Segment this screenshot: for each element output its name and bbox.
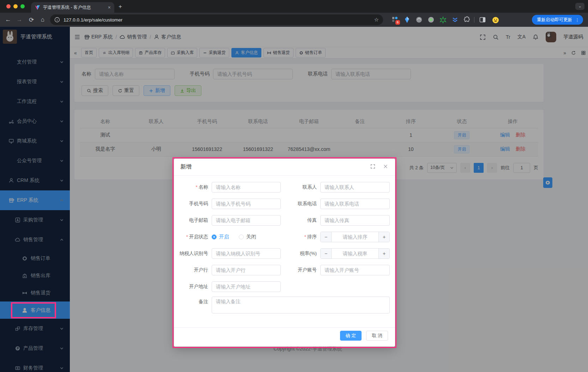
radio-closed[interactable]: 关闭 bbox=[239, 234, 256, 240]
home-icon[interactable]: ⌂ bbox=[37, 16, 48, 23]
contact-input[interactable] bbox=[320, 182, 390, 193]
dialog-title: 新增 bbox=[180, 163, 363, 171]
address-bar[interactable]: 127.0.0.1/erp/sale/customer ☆ bbox=[50, 14, 383, 25]
favicon-yudao-icon bbox=[35, 5, 40, 10]
bank-address-input[interactable] bbox=[212, 281, 281, 292]
fax-input[interactable] bbox=[320, 215, 390, 226]
radio-dot-icon bbox=[212, 234, 217, 239]
profile-emoji-icon[interactable] bbox=[492, 16, 499, 23]
back-icon[interactable]: ← bbox=[3, 16, 13, 23]
tax-no-label: 纳税人识别号 bbox=[174, 250, 212, 257]
tab-strip: 芋道管理系统 - 客户信息 × + ⌄ bbox=[0, 0, 588, 13]
window-controls bbox=[6, 4, 25, 8]
increase-icon[interactable]: + bbox=[378, 249, 389, 258]
update-button-label: 重新启动即可更新 bbox=[537, 17, 572, 23]
telephone-input[interactable] bbox=[320, 199, 390, 209]
browser-toolbar: ← → ⟳ ⌂ 127.0.0.1/erp/sale/customer ☆ 6 bbox=[0, 13, 588, 27]
tax-rate-label: 税率(%) bbox=[281, 250, 320, 257]
dialog-close-icon[interactable] bbox=[383, 164, 388, 170]
open-status-label: *开启状态 bbox=[174, 234, 212, 240]
extension-orb-icon[interactable] bbox=[416, 16, 423, 23]
browser-update-button[interactable]: 重新启动即可更新 ⋮ bbox=[532, 15, 583, 25]
contact-label: 联系人 bbox=[281, 184, 320, 190]
decrease-icon[interactable]: − bbox=[321, 232, 332, 242]
name-label: *名称 bbox=[174, 184, 212, 190]
forward-icon[interactable]: → bbox=[14, 16, 25, 23]
site-info-icon[interactable] bbox=[54, 17, 60, 23]
extension-kite-icon[interactable] bbox=[404, 16, 411, 23]
url-text[interactable]: 127.0.0.1/erp/sale/customer bbox=[63, 17, 374, 23]
close-window-button[interactable] bbox=[6, 4, 11, 8]
bank-name-label: 开户行 bbox=[174, 267, 212, 273]
mobile-label: 手机号码 bbox=[174, 201, 212, 207]
email-label: 电子邮箱 bbox=[174, 217, 212, 224]
dialog-form: *名称 联系人 手机号码 联系电话 电子邮箱 传真 *开启状态 开启 关闭 *排… bbox=[174, 176, 395, 317]
remark-textarea[interactable] bbox=[212, 297, 390, 313]
remark-label: 备注 bbox=[174, 297, 212, 307]
add-customer-dialog: 新增 *名称 联系人 手机号码 联系电话 电子邮箱 传真 *开启状态 bbox=[174, 159, 395, 347]
fax-label: 传真 bbox=[281, 217, 320, 224]
bank-account-label: 开户账号 bbox=[281, 267, 320, 273]
bank-account-input[interactable] bbox=[320, 265, 390, 275]
reload-icon[interactable]: ⟳ bbox=[26, 16, 37, 24]
tab-search-icon[interactable]: ⌄ bbox=[575, 3, 584, 10]
mobile-input[interactable] bbox=[212, 199, 281, 209]
extension-star-icon[interactable] bbox=[440, 16, 447, 23]
decrease-icon[interactable]: − bbox=[321, 249, 332, 258]
browser-menu-icon[interactable]: ⋮ bbox=[575, 17, 580, 23]
side-panel-icon[interactable] bbox=[479, 16, 486, 23]
telephone-label: 联系电话 bbox=[281, 201, 320, 207]
extensions-puzzle-icon[interactable] bbox=[463, 16, 471, 23]
email-input[interactable] bbox=[212, 215, 281, 226]
dialog-fullscreen-icon[interactable] bbox=[370, 164, 375, 170]
extension-chevrons-icon[interactable] bbox=[451, 16, 459, 23]
browser-chrome: 芋道管理系统 - 客户信息 × + ⌄ ← → ⟳ ⌂ 127.0.0.1/er… bbox=[0, 0, 588, 27]
sort-label: *排序 bbox=[281, 234, 320, 240]
toolbar-divider bbox=[474, 17, 474, 23]
tab-title: 芋道管理系统 - 客户信息 bbox=[43, 5, 105, 11]
name-input[interactable] bbox=[212, 182, 281, 193]
bank-name-input[interactable] bbox=[212, 265, 281, 275]
radio-open[interactable]: 开启 bbox=[212, 234, 229, 240]
bookmark-star-icon[interactable]: ☆ bbox=[374, 17, 379, 23]
sort-stepper: − + bbox=[320, 232, 390, 242]
maximize-window-button[interactable] bbox=[20, 4, 25, 8]
extension-grid-icon[interactable]: 6 bbox=[392, 16, 399, 23]
extension-badge: 6 bbox=[395, 20, 400, 25]
new-tab-button[interactable]: + bbox=[119, 3, 122, 10]
dialog-header: 新增 bbox=[174, 159, 395, 176]
tab-close-icon[interactable]: × bbox=[108, 5, 111, 10]
confirm-button[interactable]: 确 定 bbox=[340, 331, 362, 341]
bank-address-label: 开户地址 bbox=[174, 283, 212, 290]
radio-dot-icon bbox=[239, 234, 244, 239]
tax-rate-input[interactable] bbox=[332, 249, 378, 258]
cancel-button[interactable]: 取 消 bbox=[366, 331, 388, 341]
increase-icon[interactable]: + bbox=[378, 232, 389, 242]
sort-input[interactable] bbox=[332, 232, 378, 242]
tax-rate-stepper: − + bbox=[320, 248, 390, 259]
open-status-radio-group: 开启 关闭 bbox=[212, 234, 281, 240]
tax-no-input[interactable] bbox=[212, 248, 281, 259]
minimize-window-button[interactable] bbox=[13, 4, 18, 8]
browser-tab[interactable]: 芋道管理系统 - 客户信息 × bbox=[31, 2, 114, 13]
dialog-footer: 确 定 取 消 bbox=[174, 327, 395, 347]
extension-record-icon[interactable] bbox=[428, 16, 435, 23]
